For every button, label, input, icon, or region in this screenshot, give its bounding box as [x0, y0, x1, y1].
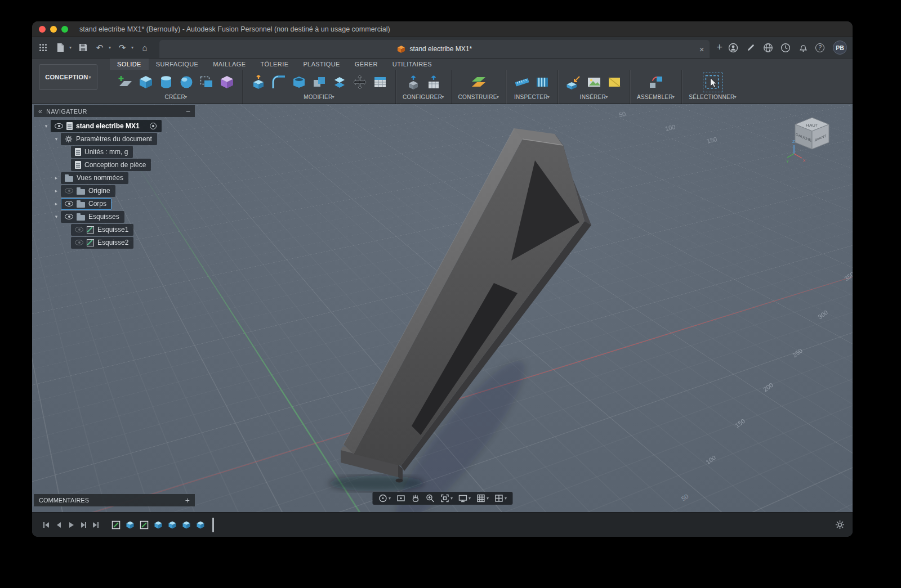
- tree-label[interactable]: stand electribe MX1: [76, 123, 140, 129]
- workspace-selector[interactable]: CONCEPTION ▾: [39, 64, 97, 90]
- tree-row-root[interactable]: ▾ stand electribe MX1: [34, 120, 195, 132]
- group-label-inspecter[interactable]: INSPECTER▾: [514, 94, 550, 100]
- fit-view-icon[interactable]: ▾: [440, 493, 453, 503]
- tab-tolerie[interactable]: TÔLERIE: [253, 59, 296, 70]
- step-back-icon[interactable]: [52, 519, 65, 531]
- select-tool-icon[interactable]: [704, 74, 721, 91]
- save-icon[interactable]: [77, 42, 88, 54]
- tree-row-bodies[interactable]: ▸ Corps: [34, 198, 195, 210]
- group-label-modifier[interactable]: MODIFIER▾: [304, 94, 334, 100]
- file-menu-caret-icon[interactable]: ▾: [69, 45, 72, 50]
- tree-row-named-views[interactable]: ▸ Vues nommées: [34, 172, 195, 184]
- group-label-configurer[interactable]: CONFIGURER▾: [403, 94, 444, 100]
- navigator-header[interactable]: « NAVIGATEUR –: [34, 105, 195, 117]
- job-status-clock-icon[interactable]: [780, 43, 791, 53]
- file-icon[interactable]: [55, 42, 66, 54]
- insert-derive-icon[interactable]: [565, 74, 582, 91]
- visibility-eye-off-icon[interactable]: [65, 188, 73, 194]
- chevron-down-icon[interactable]: ▾: [52, 136, 61, 142]
- timeline-playhead[interactable]: [212, 518, 214, 532]
- notifications-bell-icon[interactable]: [798, 43, 808, 53]
- tree-label[interactable]: Unités : mm, g: [84, 149, 128, 155]
- tab-solide[interactable]: SOLIDE: [110, 59, 149, 70]
- user-avatar[interactable]: PB: [833, 41, 847, 55]
- tree-row-design-type[interactable]: Conception de pièce: [34, 159, 195, 171]
- construction-plane-icon[interactable]: [470, 74, 487, 91]
- group-label-construire[interactable]: CONSTRUIRE▾: [458, 94, 499, 100]
- timeline-feature-extrude-icon[interactable]: [167, 520, 177, 530]
- timeline-feature-extrude-icon[interactable]: [153, 520, 163, 530]
- tree-row-document-settings[interactable]: ▾ Paramètres du document: [34, 133, 195, 145]
- visibility-eye-off-icon[interactable]: [75, 240, 83, 245]
- display-settings-icon[interactable]: ▾: [458, 493, 471, 503]
- group-label-inserer[interactable]: INSÉRER▾: [580, 94, 608, 100]
- tab-gerer[interactable]: GÉRER: [347, 59, 385, 70]
- fillet-icon[interactable]: [270, 74, 287, 91]
- comments-bar[interactable]: COMMENTAIRES +: [34, 494, 195, 506]
- document-tab[interactable]: stand electribe MX1* ×: [159, 40, 710, 58]
- go-to-end-icon[interactable]: [90, 519, 102, 531]
- configuration-table-icon[interactable]: [425, 74, 442, 91]
- close-window-button[interactable]: [39, 26, 46, 33]
- move-copy-icon[interactable]: [351, 74, 368, 91]
- chevron-right-icon[interactable]: ▸: [52, 201, 61, 207]
- tree-label[interactable]: Corps: [88, 200, 106, 207]
- timeline-feature-extrude-icon[interactable]: [181, 520, 191, 530]
- analysis-icon[interactable]: [533, 74, 551, 91]
- tree-label[interactable]: Esquisse1: [97, 226, 128, 233]
- collapse-panel-icon[interactable]: «: [38, 107, 42, 115]
- online-status-globe-icon[interactable]: [763, 43, 773, 53]
- create-sketch-icon[interactable]: [117, 74, 134, 91]
- undo-caret-icon[interactable]: ▾: [109, 45, 111, 50]
- visibility-eye-icon[interactable]: [65, 201, 73, 207]
- tab-surfacique[interactable]: SURFACIQUE: [149, 59, 206, 70]
- add-comment-button[interactable]: +: [185, 496, 190, 505]
- tree-row-sketch2[interactable]: Esquisse2: [34, 236, 195, 249]
- tab-maillage[interactable]: MAILLAGE: [206, 59, 253, 70]
- viewports-icon[interactable]: ▾: [494, 493, 507, 503]
- chevron-down-icon[interactable]: ▾: [52, 214, 61, 219]
- joint-icon[interactable]: [647, 74, 664, 91]
- tree-row-sketch1[interactable]: Esquisse1: [34, 223, 195, 236]
- redo-caret-icon[interactable]: ▾: [131, 45, 133, 50]
- tree-label[interactable]: Paramètres du document: [76, 136, 152, 142]
- grid-snaps-icon[interactable]: ▾: [476, 493, 489, 503]
- orbit-icon[interactable]: ▾: [378, 493, 391, 503]
- group-label-selectionner[interactable]: SÉLECTIONNER▾: [689, 94, 737, 100]
- minimize-panel-icon[interactable]: –: [186, 107, 190, 115]
- app-grid-icon[interactable]: [38, 42, 49, 54]
- decal-image-icon[interactable]: [585, 74, 603, 91]
- tree-label[interactable]: Esquisses: [88, 213, 119, 220]
- tree-row-sketches[interactable]: ▾ Esquisses: [34, 210, 195, 223]
- tab-plastique[interactable]: PLASTIQUE: [296, 59, 347, 70]
- tree-label[interactable]: Vues nommées: [77, 174, 123, 181]
- look-at-icon[interactable]: [396, 493, 405, 503]
- combine-icon[interactable]: [310, 74, 328, 91]
- undo-icon[interactable]: ↶: [94, 42, 105, 54]
- shell-icon[interactable]: [290, 74, 307, 91]
- annotate-pen-icon[interactable]: [746, 43, 756, 53]
- timeline-feature-sketch-icon[interactable]: [139, 520, 149, 530]
- group-label-creer[interactable]: CRÉER▾: [165, 94, 188, 100]
- viewport-canvas[interactable]: 50 100 150 350 300 250 200 150 100 50: [32, 104, 853, 512]
- primitive-cylinder-icon[interactable]: [157, 74, 175, 91]
- timeline-settings-gear-icon[interactable]: [835, 520, 845, 529]
- pan-hand-icon[interactable]: [411, 493, 420, 503]
- chevron-right-icon[interactable]: ▸: [52, 188, 61, 194]
- redo-icon[interactable]: ↷: [117, 42, 128, 54]
- measure-icon[interactable]: [513, 74, 530, 91]
- offset-face-icon[interactable]: [331, 74, 348, 91]
- account-icon[interactable]: [728, 43, 738, 53]
- timeline-feature-sketch-icon[interactable]: [111, 520, 121, 530]
- view-cube[interactable]: HAUT GAUCHE AVANT Y Z X: [785, 112, 839, 166]
- zoom-icon[interactable]: [425, 493, 435, 503]
- zoom-window-button[interactable]: [61, 26, 68, 33]
- pattern-icon[interactable]: [198, 74, 215, 91]
- configuration-icon[interactable]: [404, 74, 422, 91]
- tree-label[interactable]: Esquisse2: [97, 239, 128, 246]
- tree-label[interactable]: Origine: [88, 187, 110, 194]
- visibility-eye-off-icon[interactable]: [75, 227, 83, 232]
- visibility-eye-icon[interactable]: [55, 123, 63, 129]
- primitive-box-icon[interactable]: [137, 74, 154, 91]
- press-pull-icon[interactable]: [249, 74, 267, 91]
